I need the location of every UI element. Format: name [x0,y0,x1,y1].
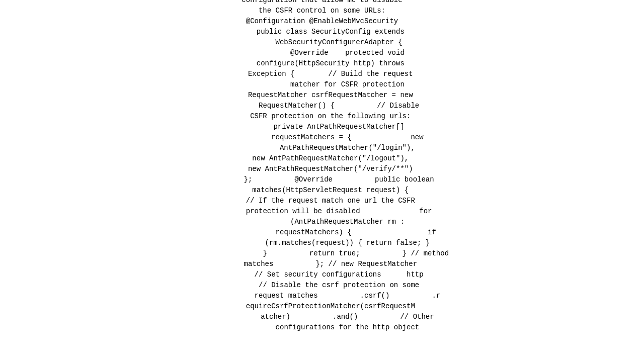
code-line-26: // Set security configurations http [10,269,634,280]
code-line-19: // If the request match one url the CSFR [10,196,634,206]
code-line-12: private AntPathRequestMatcher[] [10,122,634,132]
code-line-3: public class SecurityConfig extends [10,27,634,37]
code-block: configuration that allow me to disableth… [0,0,644,333]
code-line-20: protection will be disabled for [10,206,634,217]
code-line-0: configuration that allow me to disable [10,0,634,6]
code-line-14: AntPathRequestMatcher("/login"), [10,143,634,153]
code-line-13: requestMatchers = { new [10,132,634,143]
code-line-24: } return true; } // method [10,248,634,259]
code-line-7: Exception { // Build the request [10,69,634,79]
code-line-18: matches(HttpServletRequest request) { [10,185,634,196]
code-line-17: }; @Override public boolean [10,174,634,185]
code-line-31: configurations for the http object [10,322,634,333]
code-line-23: (rm.matches(request)) { return false; } [10,238,634,248]
code-line-1: the CSFR control on some URLs: [10,6,634,16]
code-line-22: requestMatchers) { if [10,227,634,238]
code-line-27: // Disable the csrf protection on some [10,280,634,291]
code-line-25: matches }; // new RequestMatcher [10,259,634,269]
code-line-4: WebSecurityConfigurerAdapter { [10,37,634,48]
code-line-6: configure(HttpSecurity http) throws [10,58,634,69]
code-line-8: matcher for CSFR protection [10,79,634,90]
code-line-11: CSFR protection on the following urls: [10,111,634,122]
code-line-10: RequestMatcher() { // Disable [10,101,634,111]
code-line-30: atcher) .and() // Other [10,312,634,322]
code-line-28: request matches .csrf() .r [10,291,634,301]
code-line-15: new AntPathRequestMatcher("/logout"), [10,153,634,164]
code-line-29: equireCsrfProtectionMatcher(csrfRequestM [10,301,634,312]
code-line-21: (AntPathRequestMatcher rm : [10,217,634,227]
code-line-9: RequestMatcher csrfRequestMatcher = new [10,90,634,101]
code-line-5: @Override protected void [10,48,634,58]
code-line-16: new AntPathRequestMatcher("/verify/**") [10,164,634,174]
code-line-2: @Configuration @EnableWebMvcSecurity [10,16,634,27]
